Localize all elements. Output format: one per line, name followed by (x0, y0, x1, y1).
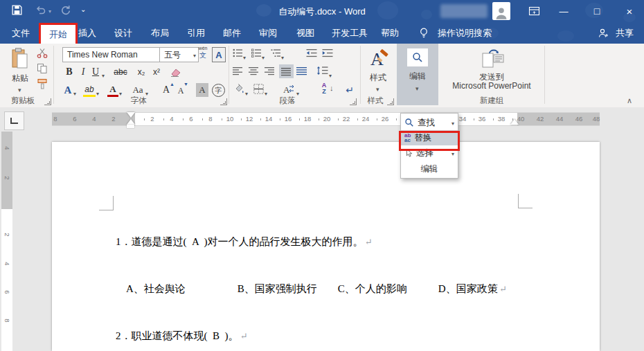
numbering-button[interactable] (251, 48, 262, 57)
numbering-icon (251, 48, 262, 57)
bullets-caret-icon[interactable] (243, 50, 246, 62)
replace-label: 替换 (414, 132, 431, 144)
italic-button[interactable]: I (79, 65, 87, 79)
minimize-button[interactable]: — (551, 0, 577, 22)
find-label: 查找 (418, 117, 435, 129)
underline-button[interactable]: U (91, 65, 100, 79)
doc-line[interactable]: A、社会舆论 B、国家强制执行 C、个人的影响 D、国家政策 (116, 281, 573, 297)
enclose-characters-button[interactable]: 字 (212, 84, 225, 97)
font-size-combobox[interactable]: 五号 (159, 47, 199, 62)
tab-selector[interactable] (4, 111, 24, 130)
tab-design[interactable]: 设计 (109, 22, 137, 44)
ribbon-display-options-button[interactable] (528, 6, 540, 17)
highlight-color-button[interactable]: ab (83, 83, 96, 97)
clipboard-dialog-launcher[interactable] (44, 98, 51, 105)
phonetic-guide-button[interactable]: wén 文 (195, 46, 211, 62)
multilevel-caret-icon[interactable] (281, 50, 284, 62)
shrink-font-arrow-icon: ▼ (184, 82, 188, 87)
line-spacing-button[interactable] (316, 66, 328, 75)
character-border-button[interactable]: A (212, 47, 226, 62)
maximize-button[interactable]: □ (584, 0, 610, 22)
align-right-button[interactable] (265, 66, 275, 75)
bullets-button[interactable] (233, 48, 243, 57)
superscript-button[interactable]: x² (150, 65, 163, 79)
hanging-indent-marker[interactable] (127, 119, 135, 125)
cut-button[interactable] (37, 48, 48, 58)
asian-layout-button[interactable]: A (283, 83, 295, 96)
font-dialog-launcher[interactable] (220, 98, 227, 105)
document-page[interactable]: 1．道德是通过( A )对一个人的品行发生极大的作用。 A、社会舆论 B、国家强… (52, 142, 600, 351)
share-person-icon (598, 28, 609, 39)
group-separator (229, 46, 229, 104)
tab-help[interactable]: 帮助 (376, 22, 404, 44)
tab-file[interactable]: 文件 (6, 22, 36, 44)
ruler-number: 6 (71, 113, 79, 125)
styles-button[interactable]: A 样式 (363, 46, 393, 93)
borders-button[interactable] (253, 84, 264, 94)
bullets-icon (233, 48, 243, 57)
underline-caret-icon[interactable] (102, 68, 105, 80)
menu-item-select[interactable]: 选择 (401, 145, 458, 161)
text-effects-button[interactable]: A (62, 83, 73, 97)
close-icon: × (627, 6, 633, 17)
align-left-button[interactable] (233, 66, 243, 75)
shading-button[interactable] (233, 84, 244, 94)
line-spacing-caret-icon[interactable] (329, 68, 332, 80)
format-painter-button[interactable] (37, 78, 48, 89)
styles-dialog-launcher[interactable] (387, 98, 394, 105)
send-to-powerpoint-button[interactable]: 发送到 Microsoft PowerPoint (440, 45, 543, 93)
align-center-button[interactable] (249, 66, 259, 75)
character-shading-button[interactable]: A (196, 83, 208, 97)
collapse-ribbon-icon[interactable]: ∧ (627, 96, 632, 105)
format-painter-icon (37, 78, 48, 89)
first-line-indent-marker[interactable] (127, 112, 135, 118)
increase-indent-button[interactable] (322, 48, 333, 57)
bold-button[interactable]: B (64, 65, 75, 79)
phonetic-icon-top: wén (195, 46, 211, 51)
text-boundary-mark-left (99, 196, 114, 210)
menu-item-replace[interactable]: abac 替换 (401, 130, 458, 145)
numbering-caret-icon[interactable] (262, 50, 265, 62)
strikethrough-button[interactable]: abc (111, 65, 129, 79)
tab-references[interactable]: 引用 (182, 22, 210, 44)
tab-home[interactable]: 开始 (41, 25, 75, 44)
tab-review[interactable]: 审阅 (254, 22, 282, 44)
close-button[interactable]: × (616, 0, 643, 22)
menu-item-find[interactable]: 查找 (401, 115, 458, 130)
person-icon (494, 6, 508, 20)
paragraph-dialog-launcher[interactable] (350, 98, 357, 105)
paste-button[interactable]: 粘贴 (6, 46, 35, 93)
decrease-indent-button[interactable] (306, 48, 317, 57)
tab-mailings[interactable]: 邮件 (218, 22, 246, 44)
show-hide-marks-button[interactable]: ↵ (343, 83, 356, 97)
subscript-button[interactable]: x₂ (135, 65, 147, 79)
right-indent-marker[interactable] (510, 119, 519, 125)
tell-me-search[interactable]: 操作说明搜索 (433, 22, 496, 44)
tab-insert[interactable]: 插入 (73, 22, 101, 44)
tab-layout[interactable]: 布局 (146, 22, 174, 44)
increase-indent-icon (322, 48, 333, 57)
change-case-button[interactable]: Aa (130, 83, 145, 97)
text-effects-caret-icon[interactable] (73, 86, 76, 98)
tab-developer[interactable]: 开发工具 (327, 22, 373, 44)
tab-view[interactable]: 视图 (292, 22, 319, 44)
account-avatar[interactable] (492, 2, 510, 20)
left-indent-marker[interactable] (127, 125, 134, 128)
copy-button[interactable] (37, 63, 48, 74)
multilevel-list-button[interactable] (271, 48, 281, 57)
doc-line[interactable]: 2．职业道德不体现( B )。 (116, 328, 573, 344)
find-caret-icon (451, 118, 454, 127)
copy-icon (37, 63, 48, 74)
ruler-number: 8 (206, 113, 215, 125)
doc-line[interactable]: 1．道德是通过( A )对一个人的品行发生极大的作用。 (116, 234, 573, 250)
group-separator (53, 46, 54, 104)
font-name-combobox[interactable]: Times New Roman (62, 47, 165, 62)
sort-icon-z: Z (319, 89, 330, 95)
share-button[interactable]: 共享 (611, 22, 638, 44)
clear-formatting-button[interactable] (170, 66, 183, 78)
editing-menu-button[interactable]: 编辑 (397, 44, 438, 105)
font-color-button[interactable]: A (107, 83, 118, 97)
justify-button[interactable] (279, 64, 294, 78)
ruler-number: 36 (478, 113, 486, 125)
distribute-button[interactable] (296, 66, 307, 75)
